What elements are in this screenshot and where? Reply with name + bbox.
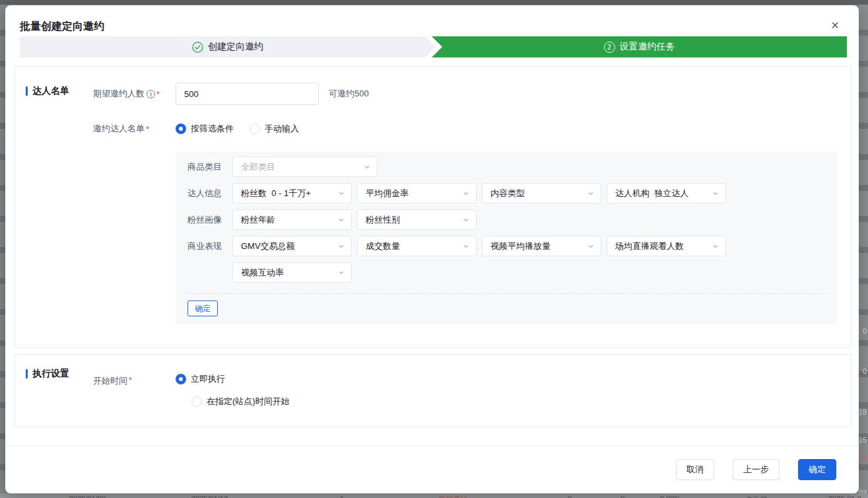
background-cell-fragment: 0 (863, 327, 867, 335)
background-cell-fragment: 0.00% (660, 495, 681, 498)
chevron-down-icon (338, 217, 345, 223)
filter-row-category: 商品类目 全部类目 (187, 157, 826, 177)
execution-settings-card: 执行设置 开始时间 * 立即执行 在指定(站点)时间开始 (15, 354, 851, 427)
panel-dashed-divider (187, 293, 826, 294)
modal-footer: 取消 上一步 确定 (5, 446, 859, 493)
start-time-options: 立即执行 在指定(站点)时间开始 (176, 373, 290, 408)
required-asterisk: * (129, 375, 132, 387)
talent-list-card: 达人名单 期望邀约人数 ! * 可邀约500 邀约达人名单 * 按筛选条件 手动… (15, 66, 851, 348)
background-table-left-edge (0, 5, 5, 493)
invitable-count-hint: 可邀约500 (329, 88, 369, 100)
chevron-down-icon (587, 190, 594, 197)
select-video-engagement[interactable]: 视频互动率 (232, 262, 352, 283)
background-cell-fragment: 0 (620, 495, 624, 498)
required-asterisk: * (156, 89, 160, 99)
confirm-button[interactable]: 确定 (798, 459, 836, 480)
radio-selected-icon (176, 124, 186, 134)
invite-list-label: 邀约达人名单 * (93, 123, 176, 135)
close-icon[interactable]: × (831, 18, 839, 32)
background-cell-fragment: 18 (859, 454, 867, 462)
background-cell-fragment: 0 (568, 495, 572, 498)
invite-list-row: 邀约达人名单 * 按筛选条件 手动输入 (93, 123, 299, 135)
filter-row-talent-info: 达人信息 粉丝数 0 - 1千万+ 平均佣金率 内容类型 达人机构 独立达人 (187, 183, 826, 203)
radio-manual-input[interactable]: 手动输入 (250, 123, 299, 135)
filter-row-extra: 视频互动率 (187, 262, 826, 283)
filter-row-business: 商业表现 GMV交易总额 成交数量 视频平均播放量 场均直播观看人数 (187, 236, 826, 256)
step-2-number-icon: 2 (604, 42, 615, 53)
background-table-right-edge: 0 0 18 15 18 02 (859, 5, 868, 493)
filter-panel: 商品类目 全部类目 达人信息 粉丝数 0 - 1千万+ 平均佣金率 内容类型 (176, 151, 838, 324)
chevron-down-icon (712, 190, 719, 197)
select-fan-gender[interactable]: 粉丝性别 (357, 209, 477, 230)
background-table-bottom-row: 2026/01/09 2026/01/13 1 0 执行开始 0 0.00% 未… (0, 493, 868, 498)
stepper-step-set-task: 2 设置邀约任务 (432, 36, 847, 57)
section-accent-bar (26, 369, 28, 378)
chevron-down-icon (338, 243, 345, 250)
check-circle-icon (192, 42, 203, 53)
radio-by-filter-criteria[interactable]: 按筛选条件 (176, 123, 234, 135)
select-fan-age[interactable]: 粉丝年龄 (232, 209, 352, 230)
select-product-category[interactable]: 全部类目 (232, 157, 378, 177)
background-header-strip (0, 0, 868, 5)
chevron-down-icon (338, 269, 345, 276)
expected-count-row: 期望邀约人数 ! * 可邀约500 (93, 83, 369, 105)
section-title-talent-list: 达人名单 (26, 85, 69, 97)
modal-title: 批量创建定向邀约 (20, 20, 104, 34)
required-asterisk: * (146, 124, 149, 134)
step-2-label: 设置邀约任务 (620, 41, 675, 53)
chevron-down-icon (712, 243, 719, 250)
radio-execute-immediately[interactable]: 立即执行 (176, 373, 290, 385)
select-gmv-total[interactable]: GMV交易总额 (232, 236, 352, 256)
select-talent-agency[interactable]: 达人机构 独立达人 (607, 183, 726, 203)
section-accent-bar (26, 87, 28, 96)
filter-row-fan-profile: 粉丝画像 粉丝年龄 粉丝性别 (187, 209, 826, 230)
background-cell-fragment: 2026/01/13 (191, 495, 228, 498)
select-order-count[interactable]: 成交数量 (357, 236, 477, 256)
radio-unselected-icon (191, 396, 202, 407)
chevron-down-icon (338, 190, 345, 197)
background-cell-fragment: 18 (859, 408, 867, 416)
select-avg-commission[interactable]: 平均佣金率 (357, 183, 477, 203)
background-status-fragment: 执行开始 (439, 495, 468, 498)
batch-create-invite-modal: 批量创建定向邀约 × 创建定向邀约 2 设置邀约任务 达人名单 期望邀约人数 (5, 5, 859, 493)
expected-count-label: 期望邀约人数 ! * (93, 88, 176, 100)
select-follower-count[interactable]: 粉丝数 0 - 1千万+ (232, 183, 352, 203)
step-1-label: 创建定向邀约 (208, 41, 263, 53)
filter-label-business: 商业表现 (187, 240, 232, 252)
start-time-label: 开始时间 * (93, 375, 132, 387)
filter-label-fan-profile: 粉丝画像 (187, 214, 232, 226)
radio-unselected-icon (250, 124, 260, 134)
stepper: 创建定向邀约 2 设置邀约任务 (20, 36, 847, 57)
stepper-step-create-invite: 创建定向邀约 (20, 36, 436, 57)
previous-step-button[interactable]: 上一步 (733, 459, 780, 480)
filter-confirm-button[interactable]: 确定 (187, 301, 218, 316)
filter-label-talent-info: 达人信息 (187, 188, 232, 199)
cancel-button[interactable]: 取消 (676, 459, 714, 480)
chevron-down-icon (463, 217, 469, 223)
section-title-execution: 执行设置 (26, 368, 69, 380)
expected-count-input[interactable] (176, 83, 319, 105)
chevron-down-icon (587, 243, 594, 250)
select-avg-video-views[interactable]: 视频平均播放量 (482, 236, 601, 256)
radio-selected-icon (176, 374, 186, 384)
chevron-down-icon (463, 190, 469, 197)
background-cell-fragment: 0 (863, 367, 867, 375)
footer-buttons: 取消 上一步 确定 (657, 459, 836, 480)
background-cell-fragment: 未生效 (746, 495, 768, 498)
background-cell-fragment: 15 (859, 436, 867, 444)
select-content-type[interactable]: 内容类型 (482, 183, 601, 203)
radio-start-at-site-time[interactable]: 在指定(站点)时间开始 (191, 396, 290, 408)
select-avg-live-viewers[interactable]: 场均直播观看人数 (607, 236, 726, 256)
chevron-down-icon (364, 164, 370, 170)
info-icon: ! (147, 90, 155, 98)
background-cell-fragment: 2026/01/09 (69, 495, 106, 498)
background-cell-fragment: 2026-01-0 (828, 495, 861, 498)
background-cell-fragment: 1 (340, 495, 344, 498)
filter-label-category: 商品类目 (187, 161, 232, 173)
chevron-down-icon (463, 243, 469, 250)
